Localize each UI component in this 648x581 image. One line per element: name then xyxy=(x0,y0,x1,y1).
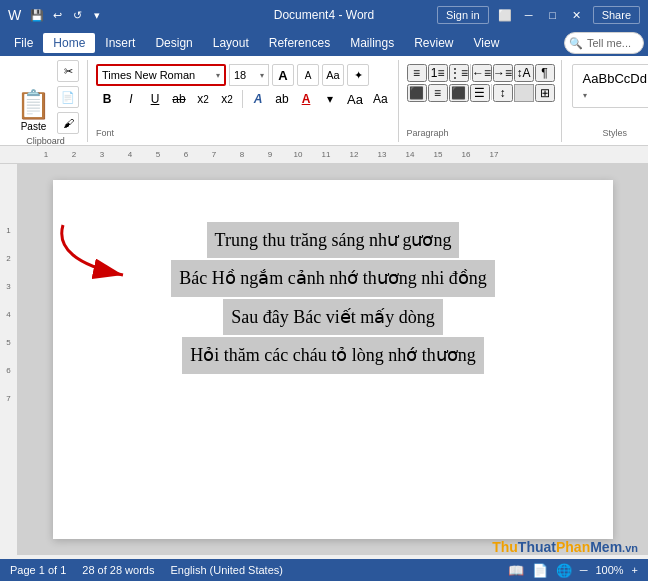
title-bar: W 💾 ↩ ↺ ▾ Document4 - Word Sign in ⬜ ─ □… xyxy=(0,0,648,30)
words-indicator[interactable]: 28 of 28 words xyxy=(82,564,154,576)
clipboard-group: 📋 Paste ✂ 📄 🖌 Clipboard xyxy=(8,60,88,142)
document-area: 1 2 3 4 5 6 7 Trung thu trăng sáng n xyxy=(0,164,648,555)
undo-icon[interactable]: ↩ xyxy=(49,7,65,23)
underline-button[interactable]: U xyxy=(144,88,166,110)
ribbon-collapse-icon[interactable]: ⬜ xyxy=(497,7,513,23)
menu-review[interactable]: Review xyxy=(404,33,463,53)
format-painter-button[interactable]: 🖌 xyxy=(57,112,79,134)
close-icon[interactable]: ✕ xyxy=(569,7,585,23)
para-sep2 xyxy=(491,84,492,100)
save-icon[interactable]: 💾 xyxy=(29,7,45,23)
multilevel-list-button[interactable]: ⋮≡ xyxy=(449,64,469,82)
share-button[interactable]: Share xyxy=(593,6,640,24)
font-color-button[interactable]: A xyxy=(295,88,317,110)
strikethrough-button[interactable]: ab xyxy=(168,88,190,110)
clipboard-label: Clipboard xyxy=(26,136,65,146)
subscript-button[interactable]: x2 xyxy=(192,88,214,110)
title-bar-right: Sign in ⬜ ─ □ ✕ Share xyxy=(437,6,640,24)
text-line-1: Trung thu trăng sáng như gương xyxy=(207,222,460,258)
text-highlight-button[interactable]: ab xyxy=(271,88,293,110)
show-para-button[interactable]: ¶ xyxy=(535,64,555,82)
paste-label: Paste xyxy=(21,121,47,132)
font-name-dropdown[interactable]: Times New Roman ▾ xyxy=(96,64,226,86)
document-title: Document4 - Word xyxy=(274,8,374,22)
search-icon: 🔍 xyxy=(569,37,583,50)
menu-home[interactable]: Home xyxy=(43,33,95,53)
font-group: Times New Roman ▾ 18 ▾ A A Aa ✦ B I U ab… xyxy=(90,60,399,142)
menu-design[interactable]: Design xyxy=(145,33,202,53)
text-line-4: Hỏi thăm các cháu tỏ lòng nhớ thương xyxy=(182,337,483,373)
ribbon: 📋 Paste ✂ 📄 🖌 Clipboard Times New Roman … xyxy=(0,56,648,146)
view-read-icon[interactable]: 📖 xyxy=(508,563,524,578)
fmt-sep1 xyxy=(242,90,243,108)
watermark-phan: Phan xyxy=(556,539,590,555)
page-indicator[interactable]: Page 1 of 1 xyxy=(10,564,66,576)
language-indicator[interactable]: English (United States) xyxy=(170,564,283,576)
cut-button[interactable]: ✂ xyxy=(57,60,79,82)
font-name-value: Times New Roman xyxy=(102,69,195,81)
menu-mailings[interactable]: Mailings xyxy=(340,33,404,53)
document-content[interactable]: Trung thu trăng sáng như gương Bác Hồ ng… xyxy=(113,222,553,374)
zoom-level: 100% xyxy=(595,564,623,576)
vertical-ruler: 1 2 3 4 5 6 7 xyxy=(0,164,18,555)
status-bar: Page 1 of 1 28 of 28 words English (Unit… xyxy=(0,559,648,581)
sort-button[interactable]: ↕A xyxy=(514,64,534,82)
tell-me-box[interactable]: 🔍 Tell me... xyxy=(564,32,644,54)
customize-icon[interactable]: ▾ xyxy=(89,7,105,23)
zoom-increase[interactable]: + xyxy=(632,564,638,576)
ruler-marks: 1 2 3 4 5 6 7 8 9 10 11 12 13 14 15 16 1… xyxy=(32,150,508,159)
font-name-arrow: ▾ xyxy=(216,71,220,80)
menu-file[interactable]: File xyxy=(4,33,43,53)
increase-indent-button[interactable]: →≡ xyxy=(493,64,513,82)
menu-view[interactable]: View xyxy=(464,33,510,53)
font-size-large[interactable]: Aa xyxy=(369,88,392,110)
redo-icon[interactable]: ↺ xyxy=(69,7,85,23)
italic-button[interactable]: I xyxy=(120,88,142,110)
zoom-decrease[interactable]: ─ xyxy=(580,564,588,576)
grow-font-button[interactable]: A xyxy=(272,64,294,86)
styles-arrow: ▾ xyxy=(583,91,587,100)
view-print-icon[interactable]: 📄 xyxy=(532,563,548,578)
paste-button[interactable]: 📋 Paste xyxy=(12,86,55,134)
status-left: Page 1 of 1 28 of 28 words English (Unit… xyxy=(10,564,283,576)
superscript-button[interactable]: x2 xyxy=(216,88,238,110)
font-color-dropdown[interactable]: ▾ xyxy=(319,88,341,110)
bullets-button[interactable]: ≡ xyxy=(407,64,427,82)
view-web-icon[interactable]: 🌐 xyxy=(556,563,572,578)
maximize-icon[interactable]: □ xyxy=(545,7,561,23)
sign-in-button[interactable]: Sign in xyxy=(437,6,489,24)
bold-button[interactable]: B xyxy=(96,88,118,110)
para-sep1 xyxy=(470,64,471,80)
text-effects-button[interactable]: A xyxy=(247,88,269,110)
arrow-annotation xyxy=(43,210,163,290)
numbering-button[interactable]: 1≡ xyxy=(428,64,448,82)
shrink-font-button[interactable]: A xyxy=(297,64,319,86)
minimize-icon[interactable]: ─ xyxy=(521,7,537,23)
align-right-button[interactable]: ⬛ xyxy=(449,84,469,102)
font-size-increase[interactable]: Aa xyxy=(343,88,367,110)
tell-me-text: Tell me... xyxy=(587,37,631,49)
shading-button[interactable] xyxy=(514,84,534,102)
clipboard-inner: 📋 Paste ✂ 📄 🖌 xyxy=(12,60,79,134)
copy-button[interactable]: 📄 xyxy=(57,86,79,108)
font-size-value: 18 xyxy=(234,69,246,81)
menu-layout[interactable]: Layout xyxy=(203,33,259,53)
decrease-indent-button[interactable]: ←≡ xyxy=(472,64,492,82)
text-line-3: Sau đây Bác viết mấy dòng xyxy=(223,299,442,335)
line-spacing-button[interactable]: ↕ xyxy=(493,84,513,102)
clear-format-button[interactable]: ✦ xyxy=(347,64,369,86)
font-size-dropdown[interactable]: 18 ▾ xyxy=(229,64,269,86)
borders-button[interactable]: ⊞ xyxy=(535,84,555,102)
watermark-thuat: Thuat xyxy=(518,539,556,555)
align-center-button[interactable]: ≡ xyxy=(428,84,448,102)
align-left-button[interactable]: ⬛ xyxy=(407,84,427,102)
menu-references[interactable]: References xyxy=(259,33,340,53)
styles-value: AaBbCcDd xyxy=(583,71,647,86)
styles-dropdown[interactable]: AaBbCcDd ▾ xyxy=(572,64,648,108)
document-page[interactable]: Trung thu trăng sáng như gương Bác Hồ ng… xyxy=(53,180,613,539)
change-case-button[interactable]: Aa xyxy=(322,64,344,86)
watermark-mem: Mem xyxy=(590,539,622,555)
clipboard-extra: ✂ 📄 🖌 xyxy=(57,60,79,134)
justify-button[interactable]: ☰ xyxy=(470,84,490,102)
menu-insert[interactable]: Insert xyxy=(95,33,145,53)
